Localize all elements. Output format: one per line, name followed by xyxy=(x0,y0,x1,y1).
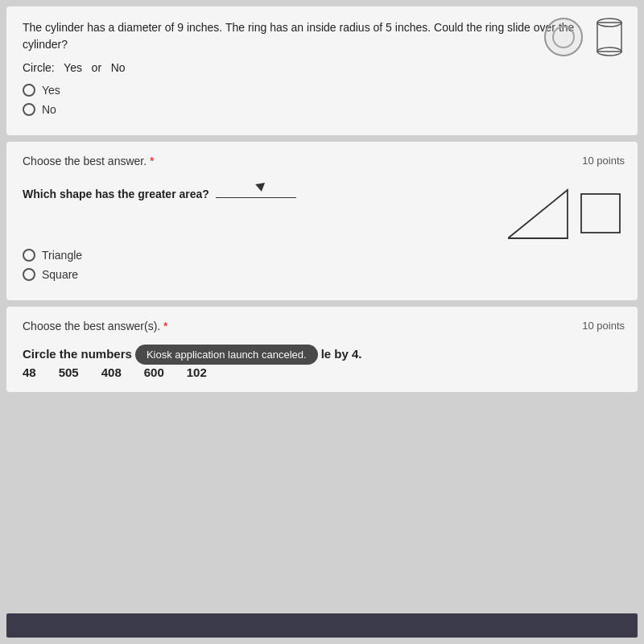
bottom-bar xyxy=(6,613,638,638)
card3-question-line: Circle the numbers Kiosk application lau… xyxy=(23,347,621,361)
card2-header-text: Choose the best answer. xyxy=(23,155,147,167)
card1-images xyxy=(543,16,625,58)
radio-no-circle xyxy=(23,103,35,116)
card2-points: 10 points xyxy=(582,155,625,167)
triangle-shape xyxy=(508,187,568,239)
no-inline-label: No xyxy=(111,61,126,74)
svg-marker-6 xyxy=(508,190,568,238)
number-1: 48 xyxy=(23,365,36,379)
card2-points-text: 10 points xyxy=(582,155,625,167)
option-triangle-label: Triangle xyxy=(42,249,82,262)
radio-yes-circle xyxy=(23,84,35,97)
circle-label: Circle: xyxy=(23,61,55,74)
number-2: 505 xyxy=(59,365,79,379)
card2-question: Which shape has the greater area? xyxy=(23,188,296,200)
card-2: Choose the best answer. * 10 points Whic… xyxy=(6,142,638,300)
number-4: 600 xyxy=(144,365,164,379)
circle-line: Circle: Yes or No xyxy=(23,61,621,74)
option-yes-label: Yes xyxy=(42,84,60,97)
shapes-area xyxy=(508,187,621,239)
required-star-3: * xyxy=(163,320,167,332)
card-3: Choose the best answer(s). * 10 points C… xyxy=(6,307,638,392)
number-3: 408 xyxy=(101,365,122,379)
radio-triangle-circle xyxy=(23,249,35,262)
option-no[interactable]: No xyxy=(23,103,621,116)
toast-container: Kiosk application launch canceled. xyxy=(135,347,318,361)
cylinder-icon xyxy=(594,16,625,58)
card3-question-suffix: le by 4. xyxy=(321,347,362,361)
card3-points: 10 points xyxy=(582,320,625,332)
card3-header-text: Choose the best answer(s). xyxy=(23,320,160,332)
toast-text: Kiosk application launch canceled. xyxy=(147,349,307,361)
card3-points-text: 10 points xyxy=(582,320,625,332)
yes-inline-label: Yes xyxy=(64,61,82,74)
answer-blank xyxy=(216,197,296,198)
square-shape xyxy=(580,192,621,234)
card2-question-text: Which shape has the greater area? xyxy=(23,188,209,200)
toast-message: Kiosk application launch canceled. xyxy=(135,345,318,365)
option-square[interactable]: Square xyxy=(23,268,621,281)
card2-header: Choose the best answer. * xyxy=(23,155,621,167)
ring-icon xyxy=(543,16,584,58)
svg-rect-7 xyxy=(581,194,620,233)
svg-point-2 xyxy=(545,19,582,56)
question-text-1: The cylinder has a diameter of 9 inches.… xyxy=(23,19,621,53)
card3-header: Choose the best answer(s). * xyxy=(23,320,621,332)
card-1: The cylinder has a diameter of 9 inches.… xyxy=(6,6,638,135)
option-triangle[interactable]: Triangle xyxy=(23,249,621,262)
option-square-label: Square xyxy=(42,268,78,281)
number-5: 102 xyxy=(187,365,207,379)
option-yes[interactable]: Yes xyxy=(23,84,621,97)
radio-square-circle xyxy=(23,268,35,281)
required-star-2: * xyxy=(150,155,154,167)
card3-numbers: 48 505 408 600 102 xyxy=(23,365,621,379)
option-no-label: No xyxy=(42,103,56,116)
card3-question-prefix: Circle the numbers xyxy=(23,347,132,361)
question-body-1: The cylinder has a diameter of 9 inches.… xyxy=(23,21,574,51)
